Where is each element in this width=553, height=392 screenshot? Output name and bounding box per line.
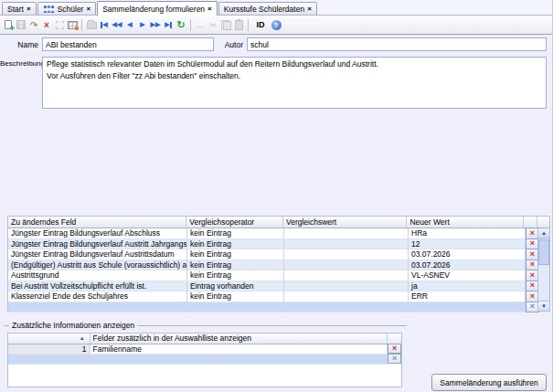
cell-field-name[interactable]: Familienname	[90, 344, 388, 355]
changes-table-header: Zu änderndes Feld Vergleichsoperator Ver…	[8, 217, 549, 228]
cell-vergleichswert[interactable]	[284, 228, 409, 239]
refresh-button[interactable]: ↻	[175, 17, 187, 32]
paste-button[interactable]	[232, 17, 245, 32]
close-icon[interactable]: ×	[207, 5, 212, 13]
cell-row-number[interactable]: 1	[8, 344, 90, 355]
sort-asc-icon: ▲	[80, 334, 85, 344]
nav-next-button[interactable]: ▶	[136, 17, 149, 32]
table-scrollbar[interactable]: ▲ ▼	[537, 228, 549, 311]
toolbar-separator	[81, 19, 82, 31]
close-icon[interactable]: ×	[27, 5, 31, 13]
tab-bar: Start × Schüler × Sammeländerung formuli…	[0, 0, 552, 16]
close-icon[interactable]: ×	[86, 5, 90, 13]
tab-kursstufe[interactable]: Kursstufe Schülerdaten ×	[218, 2, 317, 15]
cell-neuer-wert[interactable]: ERR	[409, 291, 526, 302]
scroll-up-icon[interactable]: ▲	[538, 228, 549, 238]
execute-sammelaenderung-button[interactable]: Sammeländerung ausführen	[431, 374, 547, 391]
cell-vergleichswert[interactable]	[284, 302, 409, 313]
redo-icon: ↷	[30, 20, 37, 30]
tab-start[interactable]: Start ×	[2, 2, 37, 15]
table-row: Jüngster Eintrag Bildungsverlauf Austrit…	[8, 249, 549, 260]
column-header-felder[interactable]: Felder zusätzlich in der Auswahlliste an…	[90, 334, 388, 344]
tab-label: Sammeländerung formulieren	[102, 5, 205, 14]
back-button[interactable]: ←	[194, 17, 207, 32]
autor-input[interactable]	[247, 37, 547, 51]
tab-label: Kursstufe Schülerdaten	[224, 5, 304, 14]
scroll-down-icon[interactable]: ▼	[538, 301, 549, 311]
column-header-neuer-wert[interactable]: Neuer Wert	[407, 217, 524, 228]
cell-operator[interactable]: Eintrag vorhanden	[187, 281, 284, 292]
cell-feld[interactable]	[8, 302, 187, 313]
beschreibung-textarea[interactable]: Pflege statistisch relevanter Daten im S…	[42, 57, 547, 109]
add-record-button[interactable]	[2, 17, 15, 32]
app-window: { "tabs": [ { "label": "Start", "close":…	[0, 0, 553, 392]
grid-edit-icon	[68, 21, 78, 29]
cell-vergleichswert[interactable]	[284, 270, 409, 281]
cell-neuer-wert[interactable]: 12	[409, 239, 526, 250]
nav-next-icon: ▶	[140, 21, 144, 28]
column-header-vergleichswert[interactable]: Vergleichswert	[283, 217, 408, 228]
column-header-operator[interactable]: Vergleichsoperator	[186, 217, 283, 228]
column-header-feld[interactable]: Zu änderndes Feld	[8, 217, 186, 228]
delete-row-button-disabled[interactable]: ×	[388, 354, 401, 364]
cell-vergleichswert[interactable]	[284, 281, 409, 292]
save-button[interactable]	[15, 17, 27, 32]
tab-sammelaenderung[interactable]: Sammeländerung formulieren ×	[97, 1, 218, 16]
cell-row-number[interactable]	[8, 355, 90, 365]
cell-feld[interactable]: (Endgültiger) Austritt aus Schule (vorau…	[8, 260, 187, 271]
cell-feld[interactable]: Jüngster Eintrag Bildungsverlauf Abschlu…	[8, 228, 187, 239]
cell-neuer-wert[interactable]: ja	[409, 281, 526, 292]
column-header-number[interactable]: ▲	[8, 334, 90, 344]
delete-row-button[interactable]: ×	[388, 344, 401, 354]
cell-vergleichswert[interactable]	[284, 260, 409, 271]
cell-operator[interactable]: kein Eintrag	[187, 228, 284, 239]
nav-last-icon: ▶	[165, 21, 171, 28]
help-icon: ?	[271, 20, 282, 30]
cell-field-name[interactable]	[90, 355, 388, 365]
cell-vergleichswert[interactable]	[284, 249, 409, 260]
cell-vergleichswert[interactable]	[284, 291, 409, 302]
id-label: ID	[257, 20, 265, 29]
nav-next-fast-icon: ▶▶	[151, 21, 161, 28]
delete-record-button[interactable]: ×	[40, 17, 53, 32]
tab-label: Start	[7, 5, 24, 14]
cut-icon: ✂	[209, 20, 217, 30]
cell-feld[interactable]: Jüngster Eintrag Bildungsverlauf Austrit…	[8, 239, 187, 250]
cell-operator[interactable]: kein Eintrag	[187, 270, 284, 281]
help-button[interactable]: ?	[270, 17, 282, 32]
tab-schueler[interactable]: Schüler ×	[37, 2, 97, 15]
cell-operator[interactable]	[187, 302, 284, 313]
table-row: Bei Austritt Vollzeitschulpflicht erfüll…	[8, 281, 549, 292]
grid-edit-button[interactable]	[66, 17, 79, 32]
select-records-button[interactable]	[53, 17, 66, 32]
cell-feld[interactable]: Bei Austritt Vollzeitschulpflicht erfüll…	[8, 281, 187, 292]
cell-feld[interactable]: Jüngster Eintrag Bildungsverlauf Austrit…	[8, 249, 187, 260]
redo-button[interactable]: ↷	[27, 17, 40, 32]
folder-button[interactable]	[85, 17, 98, 32]
cell-neuer-wert[interactable]	[409, 302, 526, 313]
nav-last-button[interactable]: ▶	[162, 17, 175, 32]
cell-operator[interactable]: kein Eintrag	[187, 249, 284, 260]
nav-prior-button[interactable]: ◀	[123, 17, 136, 32]
cell-neuer-wert[interactable]: VL-ASNEV	[409, 270, 526, 281]
cell-operator[interactable]: kein Eintrag	[187, 260, 284, 271]
nav-first-button[interactable]: ◀	[98, 17, 111, 32]
refresh-icon: ↻	[176, 19, 185, 31]
cell-neuer-wert[interactable]: HRa	[409, 228, 526, 239]
cell-operator[interactable]: kein Eintrag	[187, 291, 284, 302]
cell-feld[interactable]: Austrittsgrund	[8, 270, 187, 281]
name-input[interactable]	[42, 37, 214, 51]
cell-neuer-wert[interactable]: 03.07.2026	[409, 260, 526, 271]
nav-next-fast-button[interactable]: ▶▶	[149, 17, 162, 32]
cell-operator[interactable]: kein Eintrag	[187, 239, 284, 250]
copy-button[interactable]	[219, 17, 232, 32]
save-icon	[16, 20, 26, 29]
cell-neuer-wert[interactable]: 03.07.2026	[409, 249, 526, 260]
cell-feld[interactable]: Klassenziel Ende des Schuljahres	[8, 291, 187, 302]
cut-button[interactable]: ✂	[207, 17, 219, 32]
scrollbar-thumb[interactable]	[538, 239, 549, 265]
id-button[interactable]: ID	[251, 17, 270, 32]
cell-vergleichswert[interactable]	[284, 239, 409, 250]
nav-prior-fast-button[interactable]: ◀◀	[111, 17, 123, 32]
close-icon[interactable]: ×	[307, 5, 312, 13]
